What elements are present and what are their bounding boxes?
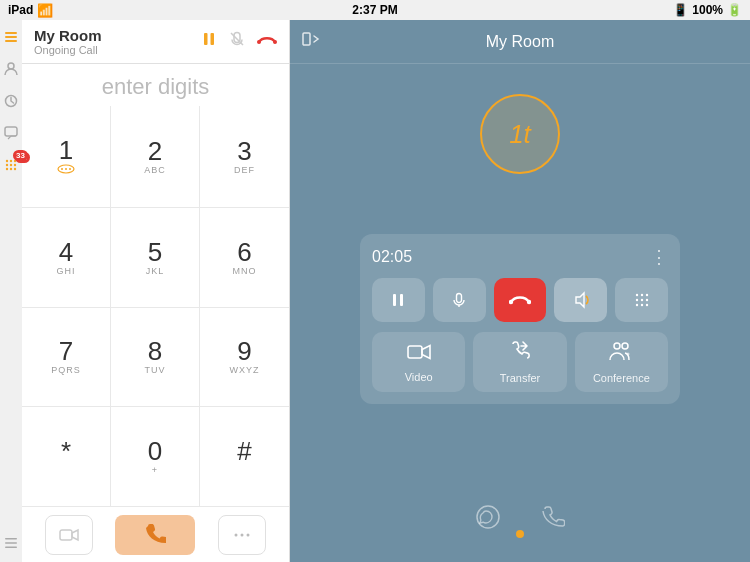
call-secondary-row: Video Transfer — [372, 332, 668, 392]
key-9[interactable]: 9 WXYZ — [200, 308, 289, 408]
svg-rect-33 — [400, 294, 403, 306]
svg-point-11 — [14, 164, 16, 166]
svg-point-44 — [635, 304, 637, 306]
sidebar-toggle-button[interactable] — [302, 30, 320, 53]
video-label: Video — [405, 371, 433, 383]
sidebar-icon-dialpad[interactable]: 33 — [2, 156, 20, 174]
battery-label: 100% — [692, 3, 723, 17]
sidebar-icon-clock[interactable] — [2, 92, 20, 110]
mute-button[interactable] — [229, 31, 245, 52]
call-buttons-row — [372, 278, 668, 322]
main-layout: 33 My Room Ongoing Call — [0, 20, 750, 562]
call-mute-button[interactable] — [433, 278, 486, 322]
svg-point-14 — [14, 168, 16, 170]
key-2[interactable]: 2 ABC — [111, 106, 200, 208]
call-bottom-icons — [475, 504, 565, 552]
key-1[interactable]: 1 — [22, 106, 111, 208]
call-pause-button[interactable] — [372, 278, 425, 322]
svg-rect-1 — [5, 36, 17, 38]
call-timer-row: 02:05 ⋮ — [372, 246, 668, 268]
keypad: 1 2 ABC 3 DEF 4 GHI 5 JKL 6 — [22, 106, 289, 506]
svg-point-28 — [234, 533, 237, 536]
avatar-label: 1t — [509, 119, 531, 150]
transfer-label: Transfer — [500, 372, 541, 384]
svg-point-46 — [645, 304, 647, 306]
svg-rect-32 — [393, 294, 396, 306]
call-more-button[interactable]: ⋮ — [650, 246, 668, 268]
svg-point-22 — [273, 40, 277, 44]
svg-point-6 — [6, 160, 8, 162]
key-7[interactable]: 7 PQRS — [22, 308, 111, 408]
svg-rect-31 — [303, 33, 310, 45]
svg-point-49 — [622, 343, 628, 349]
video-secondary-button[interactable]: Video — [372, 332, 465, 392]
svg-rect-5 — [5, 127, 17, 136]
call-header: My Room — [290, 20, 750, 64]
transfer-secondary-button[interactable]: Transfer — [473, 332, 566, 392]
avatar: 1t — [480, 94, 560, 174]
svg-point-42 — [640, 299, 642, 301]
svg-point-3 — [8, 63, 14, 69]
svg-point-40 — [645, 294, 647, 296]
wifi-icon: 📶 — [37, 3, 53, 18]
header-subtitle: Ongoing Call — [34, 44, 102, 56]
key-hash[interactable]: # — [200, 407, 289, 506]
svg-point-36 — [527, 300, 531, 304]
key-8[interactable]: 8 TUV — [111, 308, 200, 408]
call-keypad-button[interactable] — [615, 278, 668, 322]
phone-icon-bottom[interactable] — [541, 505, 565, 535]
video-action-button[interactable] — [45, 515, 93, 555]
key-star[interactable]: * — [22, 407, 111, 506]
call-content: 1t 02:05 ⋮ — [290, 64, 750, 562]
sidebar-icon-lines[interactable] — [2, 28, 20, 46]
orange-dot — [516, 530, 524, 538]
call-panel-title: My Room — [486, 33, 554, 51]
key-3[interactable]: 3 DEF — [200, 106, 289, 208]
status-right: 📱 100% 🔋 — [673, 3, 742, 17]
status-time: 2:37 PM — [352, 3, 397, 17]
call-timer: 02:05 — [372, 248, 412, 266]
svg-point-45 — [640, 304, 642, 306]
call-speaker-button[interactable] — [554, 278, 607, 322]
badge-count: 33 — [15, 152, 30, 163]
sidebar-icon-menu[interactable] — [2, 534, 20, 552]
sidebar-icon-person[interactable] — [2, 60, 20, 78]
dialpad-actions — [22, 506, 289, 562]
conference-icon — [609, 340, 633, 368]
sidebar: 33 — [0, 20, 22, 562]
key-0[interactable]: 0 + — [111, 407, 200, 506]
device-label: iPad — [8, 3, 33, 17]
more-action-button[interactable] — [218, 515, 266, 555]
svg-point-35 — [509, 300, 513, 304]
svg-rect-0 — [5, 32, 17, 34]
whatsapp-icon[interactable] — [475, 504, 501, 536]
transfer-icon — [509, 340, 531, 368]
svg-point-26 — [69, 168, 71, 170]
call-action-button[interactable] — [115, 515, 195, 555]
svg-point-39 — [640, 294, 642, 296]
bluetooth-icon: 📱 — [673, 3, 688, 17]
header-title: My Room — [34, 27, 102, 44]
svg-marker-37 — [576, 293, 584, 307]
digit-display[interactable]: enter digits — [22, 64, 289, 106]
svg-point-30 — [246, 533, 249, 536]
call-end-button[interactable] — [494, 278, 547, 322]
svg-point-43 — [645, 299, 647, 301]
conference-label: Conference — [593, 372, 650, 384]
dialpad-panel: My Room Ongoing Call — [22, 20, 290, 562]
key-5[interactable]: 5 JKL — [111, 208, 200, 308]
end-call-button[interactable] — [257, 31, 277, 52]
svg-point-48 — [614, 343, 620, 349]
call-controls-card: 02:05 ⋮ — [360, 234, 680, 404]
svg-point-21 — [257, 40, 261, 44]
status-left: iPad 📶 — [8, 3, 53, 18]
svg-point-25 — [65, 168, 67, 170]
pause-button[interactable] — [201, 31, 217, 52]
avatar-container: 1t — [480, 94, 560, 174]
status-bar: iPad 📶 2:37 PM 📱 100% 🔋 — [0, 0, 750, 20]
conference-secondary-button[interactable]: Conference — [575, 332, 668, 392]
key-6[interactable]: 6 MNO — [200, 208, 289, 308]
key-4[interactable]: 4 GHI — [22, 208, 111, 308]
sidebar-icon-chat[interactable] — [2, 124, 20, 142]
dialpad-header: My Room Ongoing Call — [22, 20, 289, 64]
